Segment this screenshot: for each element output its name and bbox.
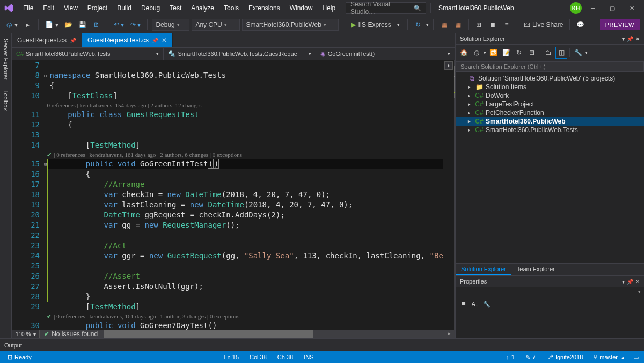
categorized-btn[interactable]: ≣ <box>458 299 469 309</box>
expand-icon[interactable]: ▸ <box>465 127 473 133</box>
undo-btn[interactable]: ↶ ▾ <box>112 21 126 28</box>
expand-icon[interactable]: ▸ <box>465 110 473 115</box>
pin-icon[interactable]: 📌 <box>70 38 76 43</box>
status-col[interactable]: Col 38 <box>244 354 272 360</box>
tree-item-publicweb[interactable]: ▸C# SmartHotel360.PublicWeb <box>456 117 644 126</box>
status-ins[interactable]: INS <box>298 354 319 360</box>
close-icon[interactable]: ✕ <box>635 279 640 285</box>
se-properties-btn[interactable]: 🔧 <box>572 47 584 59</box>
code-editor[interactable]: 7 8 9 10 11 12 13 14 15 16 17 18 19 20 2… <box>12 60 455 330</box>
se-collapse-btn[interactable]: ⊟ <box>526 47 538 59</box>
doc-tab-guest-request-test[interactable]: GuestRequestTest.cs 📌 ✕ <box>82 33 173 47</box>
tb-icon-4[interactable]: ≣ <box>487 19 499 31</box>
nav-project-combo[interactable]: C# SmartHotel360.PublicWeb.Tests ▾ <box>12 48 164 60</box>
menu-extensions[interactable]: Extensions <box>245 2 284 14</box>
quick-launch-search[interactable]: Search Visual Studio… 🔍 <box>346 2 426 14</box>
status-publish[interactable]: ↑1 <box>501 354 520 360</box>
startup-combo[interactable]: SmartHotel360.PublicWeb▾ <box>242 19 339 31</box>
toolbox-tab[interactable]: Toolbox <box>2 85 10 116</box>
status-pending[interactable]: ✎7 <box>520 354 541 361</box>
split-handle[interactable]: ⬍ <box>444 61 453 70</box>
tree-item-dowork[interactable]: ▸C# DoWork <box>456 91 644 100</box>
menu-project[interactable]: Project <box>84 2 111 14</box>
redo-btn[interactable]: ↷ ▾ <box>128 21 143 28</box>
code-body[interactable]: ⬍ namespace SmartHotel360.PublicWeb.Test… <box>47 60 453 330</box>
platform-combo[interactable]: Any CPU▾ <box>192 19 240 31</box>
status-repo[interactable]: ⎇Ignite2018 <box>541 354 588 361</box>
minimize-button[interactable]: ─ <box>585 2 601 14</box>
issues-status[interactable]: ✔No issues found <box>40 330 102 338</box>
start-debugging-btn[interactable]: ▶IIS Express ▾ <box>348 21 403 28</box>
pin-icon[interactable]: 📌 <box>627 36 633 42</box>
nav-type-combo[interactable]: 🔩 SmartHotel360.PublicWeb.Tests.GuestReq… <box>164 48 316 60</box>
expand-icon[interactable]: ▸ <box>465 93 473 98</box>
menu-test[interactable]: Test <box>166 2 185 14</box>
menu-tools[interactable]: Tools <box>220 2 243 14</box>
se-showall-btn[interactable]: 🗀 <box>543 47 554 59</box>
tb-icon-2[interactable]: ▦ <box>452 19 464 31</box>
browser-link-refresh-btn[interactable]: ↻ <box>412 19 424 31</box>
server-explorer-tab[interactable]: Server Explorer <box>2 33 10 85</box>
new-project-btn[interactable]: 📄 ▾ <box>43 21 60 28</box>
config-combo[interactable]: Debug▾ <box>152 19 189 31</box>
solution-root[interactable]: ⧉ Solution 'SmartHotel360.PublicWeb' (5 … <box>456 74 644 83</box>
menu-edit[interactable]: Edit <box>39 2 58 14</box>
window-pos-btn[interactable]: ▾ <box>622 279 625 285</box>
status-notifications[interactable]: ▭ <box>630 354 642 361</box>
output-window[interactable]: Output <box>0 338 644 351</box>
property-pages-btn[interactable]: 🔧 <box>481 299 492 309</box>
forward-btn[interactable]: ▸ <box>22 19 34 31</box>
menu-help[interactable]: Help <box>318 2 339 14</box>
tab-solution-explorer[interactable]: Solution Explorer <box>456 264 511 275</box>
expand-icon[interactable]: ▸ <box>465 119 473 124</box>
doc-tab-guest-request[interactable]: GuestRequest.cs 📌 <box>12 33 82 47</box>
expand-icon[interactable]: ▸ <box>465 84 473 90</box>
tree-item-largetestproject[interactable]: ▸C# LargeTestProject <box>456 100 644 108</box>
se-pending-btn[interactable]: 📝 <box>500 47 512 59</box>
tree-item-publicweb-tests[interactable]: ▸C# SmartHotel360.PublicWeb.Tests <box>456 126 644 134</box>
open-file-btn[interactable]: 📂 <box>63 19 75 31</box>
scroll-right-arrow[interactable]: ► <box>445 330 453 338</box>
menu-file[interactable]: File <box>19 2 37 14</box>
maximize-button[interactable]: ▢ <box>604 2 620 14</box>
status-branch[interactable]: ⑂master ▴ <box>588 354 630 361</box>
tree-item-petchecker[interactable]: ▸C# PetCheckerFunction <box>456 108 644 117</box>
tb-icon-3[interactable]: ⊞ <box>473 19 485 31</box>
status-line[interactable]: Ln 15 <box>218 354 244 360</box>
save-all-btn[interactable]: 🗎 <box>91 19 103 31</box>
nav-member-combo[interactable]: ◉ GoGreenInitTest() ▾ <box>316 48 455 60</box>
output-tab[interactable]: Output <box>4 340 22 351</box>
se-preview-btn[interactable]: ◫ <box>555 47 567 59</box>
back-forward-btn[interactable]: ◶ ▾ <box>4 21 20 28</box>
pin-icon[interactable]: 📌 <box>152 38 158 43</box>
vertical-scrollbar[interactable] <box>454 60 455 330</box>
properties-combo[interactable]: ▾ <box>456 287 644 296</box>
save-btn[interactable]: 💾 <box>77 19 89 31</box>
tab-team-explorer[interactable]: Team Explorer <box>511 264 560 275</box>
menu-window[interactable]: Window <box>286 2 317 14</box>
feedback-btn[interactable]: 💬 <box>574 19 586 31</box>
zoom-combo[interactable]: 110 % ▾ <box>12 330 40 338</box>
menu-analyze[interactable]: Analyze <box>187 2 218 14</box>
status-char[interactable]: Ch 38 <box>272 354 298 360</box>
live-share-btn[interactable]: ⮹Live Share <box>522 21 565 28</box>
se-sync-btn[interactable]: 🔁 <box>487 47 499 59</box>
menu-build[interactable]: Build <box>113 2 135 14</box>
se-back-btn[interactable]: ◶ <box>471 47 482 59</box>
tree-item-solution-items[interactable]: ▸📁 Solution Items <box>456 83 644 91</box>
preview-badge[interactable]: PREVIEW <box>600 19 640 30</box>
close-icon[interactable]: ✕ <box>635 36 640 42</box>
solution-explorer-search[interactable]: Search Solution Explorer (Ctrl+;) <box>456 61 644 72</box>
horizontal-scrollbar[interactable]: ◄ ► <box>104 330 453 338</box>
alphabetical-btn[interactable]: A↓ <box>470 299 480 309</box>
solution-tree[interactable]: ⧉ Solution 'SmartHotel360.PublicWeb' (5 … <box>456 72 644 263</box>
scroll-thumb[interactable] <box>104 330 313 338</box>
expand-icon[interactable]: ▸ <box>465 101 473 107</box>
se-home-btn[interactable]: 🏠 <box>458 47 470 59</box>
tb-icon-5[interactable]: ≡ <box>501 19 513 31</box>
user-avatar[interactable]: KH <box>570 2 582 14</box>
pin-icon[interactable]: 📌 <box>627 279 633 285</box>
menu-view[interactable]: View <box>60 2 82 14</box>
menu-debug[interactable]: Debug <box>137 2 164 14</box>
se-refresh-btn[interactable]: ↻ <box>513 47 525 59</box>
